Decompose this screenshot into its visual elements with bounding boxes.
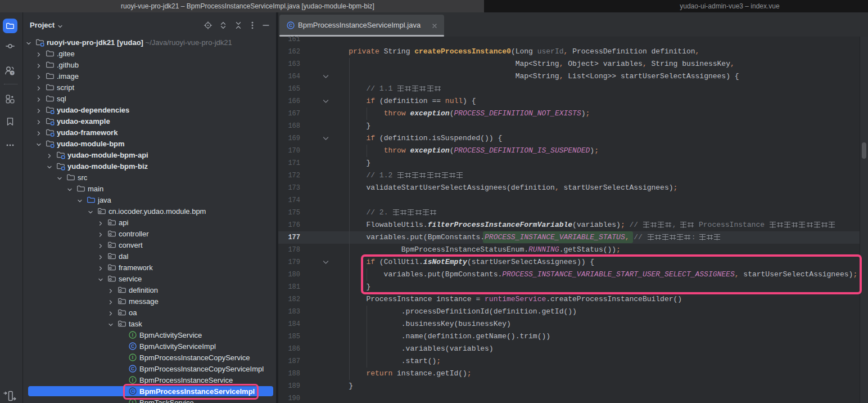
svg-text:C: C — [131, 366, 134, 371]
svg-text:I: I — [132, 377, 133, 383]
svg-text:I: I — [132, 355, 133, 360]
svg-text:I: I — [132, 400, 133, 403]
svg-text:C: C — [131, 343, 134, 349]
svg-text:I: I — [132, 332, 133, 338]
svg-text:?: ? — [11, 71, 13, 75]
svg-text:C: C — [289, 23, 292, 28]
